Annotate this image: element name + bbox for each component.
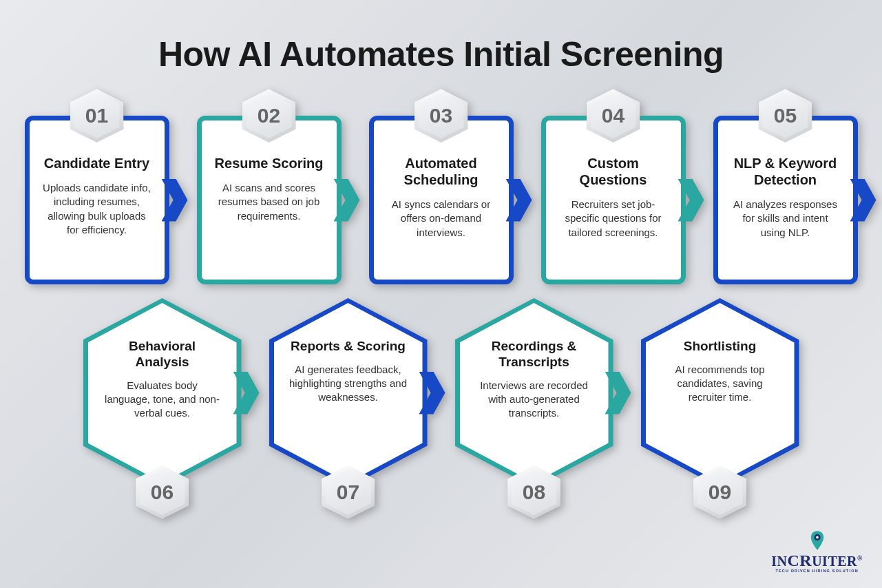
step-number-hex: 07 bbox=[322, 465, 375, 519]
step-number: 03 bbox=[430, 104, 452, 127]
step-card-07: Reports & Scoring AI generates feedback,… bbox=[269, 298, 428, 487]
step-card-05: 05 NLP & Keyword Detection AI analyzes r… bbox=[713, 116, 858, 284]
step-card-01: 01 Candidate Entry Uploads candidate inf… bbox=[25, 116, 169, 284]
step-number-hex: 09 bbox=[693, 465, 747, 519]
step-heading: Shortlisting bbox=[661, 339, 779, 355]
map-pin-icon bbox=[810, 531, 825, 550]
flow-arrow-icon bbox=[334, 179, 360, 222]
step-heading: Reports & Scoring bbox=[289, 339, 408, 355]
steps-row-bottom: Behavioral Analysis Evaluates body langu… bbox=[0, 298, 882, 487]
step-card-03: 03 Automated Scheduling AI syncs calenda… bbox=[369, 116, 514, 284]
step-card-08: Recordings & Transcripts Interviews are … bbox=[455, 298, 613, 487]
flow-arrow-icon bbox=[162, 179, 188, 222]
step-heading: Recordings & Transcripts bbox=[475, 339, 594, 370]
step-body: Interviews are recorded with auto-genera… bbox=[475, 379, 594, 421]
step-number: 04 bbox=[602, 104, 624, 127]
step-body: AI scans and scores resumes based on job… bbox=[213, 181, 326, 223]
step-card-02: 02 Resume Scoring AI scans and scores re… bbox=[197, 116, 342, 284]
flow-arrow-icon bbox=[678, 179, 704, 222]
step-number: 05 bbox=[774, 104, 797, 127]
brand-tagline: TECH DRIVEN HIRING SOLUTION bbox=[771, 569, 863, 573]
step-number: 08 bbox=[523, 481, 545, 504]
step-body: AI recommends top candidates, saving rec… bbox=[661, 363, 779, 405]
step-number: 02 bbox=[258, 104, 280, 127]
step-heading: NLP & Keyword Detection bbox=[729, 155, 842, 188]
step-body: AI generates feedback, highlighting stre… bbox=[289, 363, 408, 405]
svg-point-1 bbox=[816, 536, 819, 539]
step-body: AI syncs calendars or offers on-demand i… bbox=[385, 198, 498, 240]
brand-name: INCRUITER® bbox=[771, 552, 863, 570]
step-number: 09 bbox=[708, 481, 731, 504]
step-body: Uploads candidate info, including resume… bbox=[41, 181, 154, 237]
step-number-hex: 04 bbox=[587, 89, 640, 143]
step-number-hex: 01 bbox=[70, 89, 124, 143]
step-number-hex: 06 bbox=[136, 465, 189, 519]
step-number: 06 bbox=[151, 481, 174, 504]
step-body: Evaluates body language, tone, and non-v… bbox=[103, 379, 222, 421]
steps-row-top: 01 Candidate Entry Uploads candidate inf… bbox=[0, 116, 882, 284]
step-heading: Behavioral Analysis bbox=[103, 339, 222, 370]
flow-arrow-icon bbox=[506, 179, 532, 222]
step-card-09: Shortlisting AI recommends top candidate… bbox=[641, 298, 799, 487]
step-number-hex: 03 bbox=[414, 89, 468, 143]
step-heading: Candidate Entry bbox=[41, 155, 154, 171]
step-heading: Custom Questions bbox=[557, 155, 670, 188]
step-heading: Automated Scheduling bbox=[385, 155, 498, 188]
step-card-04: 04 Custom Questions Recruiters set job-s… bbox=[541, 116, 686, 284]
step-heading: Resume Scoring bbox=[213, 155, 326, 171]
step-card-06: Behavioral Analysis Evaluates body langu… bbox=[83, 298, 242, 487]
page-title: How AI Automates Initial Screening bbox=[0, 0, 882, 74]
step-number-hex: 05 bbox=[759, 89, 812, 143]
step-number-hex: 08 bbox=[507, 465, 561, 519]
step-number: 07 bbox=[337, 481, 359, 504]
step-body: AI analyzes responses for skills and int… bbox=[729, 198, 842, 240]
diagram-container: 01 Candidate Entry Uploads candidate inf… bbox=[0, 116, 882, 487]
brand-logo: INCRUITER® TECH DRIVEN HIRING SOLUTION bbox=[771, 531, 863, 573]
step-body: Recruiters set job-specific questions fo… bbox=[557, 198, 670, 240]
step-number: 01 bbox=[85, 104, 108, 127]
step-number-hex: 02 bbox=[242, 89, 296, 143]
flow-arrow-icon bbox=[850, 179, 876, 222]
